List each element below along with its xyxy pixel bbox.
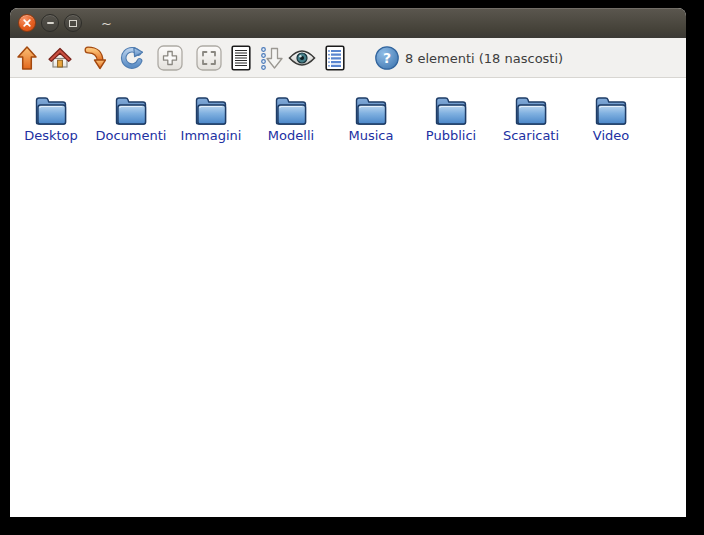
folder-icon (32, 93, 70, 127)
zoom-plus-button[interactable] (157, 45, 183, 71)
folder-icon (112, 93, 150, 127)
folder-icon (512, 93, 550, 127)
folder-label: Immagini (181, 128, 242, 143)
folder-label: Pubblici (426, 128, 476, 143)
go-down-icon (84, 45, 106, 71)
folder-icon (352, 93, 390, 127)
folder-item-desktop[interactable]: Desktop (11, 93, 91, 143)
folder-icon (272, 93, 310, 127)
folder-row: Desktop Documenti Immagini Modelli (10, 78, 686, 143)
folder-icon (592, 93, 630, 127)
folder-icon (192, 93, 230, 127)
help-button[interactable]: ? (374, 45, 400, 71)
close-button[interactable] (18, 14, 36, 32)
desktop-background: { "window": { "title": "~" }, "titlebar"… (0, 0, 704, 535)
go-down-button[interactable] (84, 45, 106, 71)
resize-fit-button[interactable] (196, 45, 222, 71)
sort-icon (259, 45, 285, 71)
folder-item-musica[interactable]: Musica (331, 93, 411, 143)
svg-text:?: ? (383, 50, 391, 66)
window-title: ~ (101, 16, 112, 31)
minimize-icon (47, 22, 54, 24)
refresh-button[interactable] (119, 46, 143, 70)
status-text: 8 elementi (18 nascosti) (405, 50, 563, 65)
folder-label: Desktop (24, 128, 78, 143)
folder-label: Musica (349, 128, 394, 143)
home-button[interactable] (48, 47, 72, 69)
details-list-button[interactable] (231, 45, 251, 71)
go-up-button[interactable] (15, 45, 39, 71)
minimize-button[interactable] (41, 14, 59, 32)
file-manager-window: ~ (10, 8, 686, 517)
folder-item-pubblici[interactable]: Pubblici (411, 93, 491, 143)
home-icon (48, 47, 72, 69)
folder-label: Documenti (96, 128, 167, 143)
toolbar: ? 8 elementi (18 nascosti) (10, 38, 686, 78)
folder-label: Scaricati (503, 128, 559, 143)
folder-label: Video (593, 128, 629, 143)
maximize-button[interactable] (64, 14, 82, 32)
folder-label: Modelli (268, 128, 314, 143)
close-icon (23, 19, 31, 27)
refresh-icon (119, 46, 143, 70)
file-view[interactable]: Desktop Documenti Immagini Modelli (10, 78, 686, 517)
select-all-button[interactable] (325, 45, 345, 71)
help-icon: ? (374, 45, 400, 71)
details-list-icon (231, 45, 251, 71)
show-hidden-button[interactable] (288, 49, 316, 67)
titlebar[interactable]: ~ (10, 8, 686, 38)
select-all-icon (325, 45, 345, 71)
folder-item-immagini[interactable]: Immagini (171, 93, 251, 143)
folder-item-modelli[interactable]: Modelli (251, 93, 331, 143)
sort-button[interactable] (259, 45, 285, 71)
go-up-icon (15, 45, 39, 71)
maximize-icon (69, 20, 77, 27)
folder-item-scaricati[interactable]: Scaricati (491, 93, 571, 143)
folder-item-documenti[interactable]: Documenti (91, 93, 171, 143)
resize-fit-icon (196, 45, 222, 71)
folder-item-video[interactable]: Video (571, 93, 651, 143)
show-hidden-eye-icon (288, 49, 316, 67)
zoom-plus-icon (157, 45, 183, 71)
folder-icon (432, 93, 470, 127)
